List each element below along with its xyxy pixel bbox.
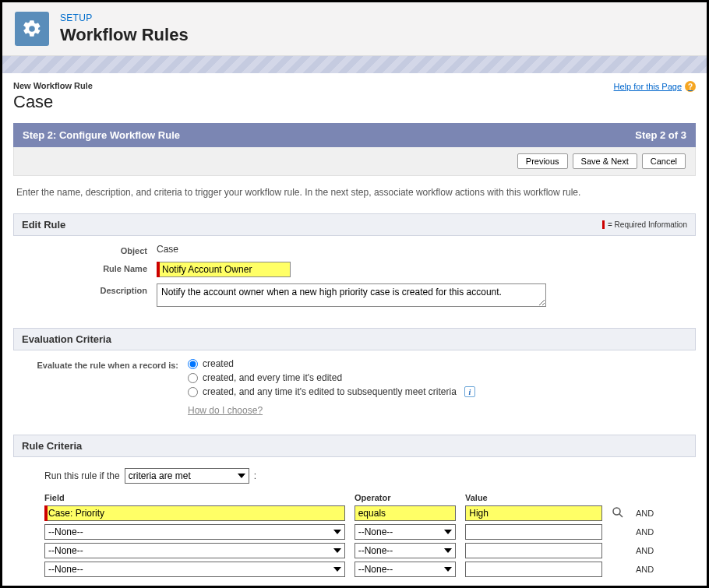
col-field-header: Field: [44, 493, 345, 502]
rule-name-label: Rule Name: [24, 262, 157, 273]
previous-button[interactable]: Previous: [517, 153, 568, 169]
cancel-button[interactable]: Cancel: [642, 153, 686, 169]
step-progress: Step 2 of 3: [635, 129, 686, 141]
radio-created[interactable]: created: [188, 358, 685, 369]
radio-created-input[interactable]: [188, 359, 198, 369]
save-next-button[interactable]: Save & Next: [573, 153, 637, 169]
description-textarea[interactable]: Notify the account owner when a new high…: [157, 283, 546, 307]
criteria-value-input[interactable]: [465, 543, 602, 558]
description-label: Description: [24, 283, 157, 295]
criteria-row: --None-- --None-- AND: [44, 562, 665, 577]
criteria-row: --None-- --None-- AND: [44, 543, 665, 558]
run-label-pre: Run this rule if the: [44, 470, 120, 481]
criteria-field-select[interactable]: --None--: [44, 524, 345, 540]
radio-created-subsequent-input[interactable]: [188, 387, 198, 397]
info-icon[interactable]: i: [464, 386, 475, 397]
setup-header: SETUP Workflow Rules: [2, 2, 707, 56]
page-title: Workflow Rules: [60, 25, 189, 45]
svg-line-1: [619, 514, 623, 517]
rule-name-input[interactable]: [157, 262, 291, 277]
edit-rule-title: Edit Rule: [22, 219, 65, 231]
gear-icon: [15, 12, 49, 46]
lookup-icon[interactable]: [612, 506, 624, 519]
col-value-header: Value: [465, 493, 602, 502]
step-title: Step 2: Configure Workflow Rule: [23, 129, 180, 141]
setup-label: SETUP: [60, 12, 189, 23]
criteria-field-select[interactable]: Case: Priority: [44, 505, 345, 521]
radio-created-edited-input[interactable]: [188, 373, 198, 383]
criteria-value-input[interactable]: [465, 505, 602, 521]
rule-criteria-title: Rule Criteria: [22, 440, 82, 452]
radio-created-edited[interactable]: created, and every time it's edited: [188, 372, 685, 383]
svg-point-0: [613, 508, 620, 515]
criteria-operator-select[interactable]: equals: [354, 505, 457, 521]
criteria-operator-select[interactable]: --None--: [354, 562, 457, 577]
criteria-row: --None-- --None-- AND: [44, 524, 665, 540]
and-label: AND: [636, 546, 665, 555]
and-label: AND: [636, 509, 665, 518]
criteria-row: Case: Priority equals AND: [44, 505, 665, 521]
and-label: AND: [636, 565, 665, 574]
button-bar: Previous Save & Next Cancel: [13, 147, 696, 176]
object-label: Object: [24, 244, 157, 255]
criteria-value-input[interactable]: [465, 562, 602, 577]
run-label-post: :: [254, 470, 256, 481]
evaluation-title: Evaluation Criteria: [22, 333, 111, 345]
and-label: AND: [636, 527, 665, 537]
run-rule-select[interactable]: criteria are met: [125, 468, 249, 484]
breadcrumb: New Workflow Rule: [13, 81, 93, 90]
edit-rule-header: Edit Rule = Required Information: [13, 213, 696, 236]
help-link[interactable]: Help for this Page ?: [614, 81, 696, 92]
instructions-text: Enter the name, description, and criteri…: [13, 176, 696, 209]
object-value: Case: [157, 244, 685, 255]
criteria-value-input[interactable]: [465, 524, 602, 540]
evaluation-header: Evaluation Criteria: [13, 328, 696, 350]
entity-title: Case: [13, 92, 93, 112]
decorative-bar: [2, 56, 707, 73]
criteria-operator-select[interactable]: --None--: [354, 543, 457, 558]
required-legend: = Required Information: [602, 220, 687, 230]
help-icon: ?: [685, 81, 696, 92]
evaluation-prompt: Evaluate the rule when a record is:: [24, 358, 188, 370]
how-choose-link[interactable]: How do I choose?: [188, 405, 263, 416]
radio-created-subsequent[interactable]: created, and any time it's edited to sub…: [188, 386, 685, 397]
col-operator-header: Operator: [354, 493, 456, 502]
criteria-field-select[interactable]: --None--: [44, 562, 345, 577]
rule-criteria-header: Rule Criteria: [13, 435, 696, 457]
criteria-operator-select[interactable]: --None--: [354, 524, 457, 540]
step-bar: Step 2: Configure Workflow Rule Step 2 o…: [13, 123, 696, 147]
criteria-field-select[interactable]: --None--: [44, 543, 345, 558]
help-link-label: Help for this Page: [614, 82, 682, 91]
